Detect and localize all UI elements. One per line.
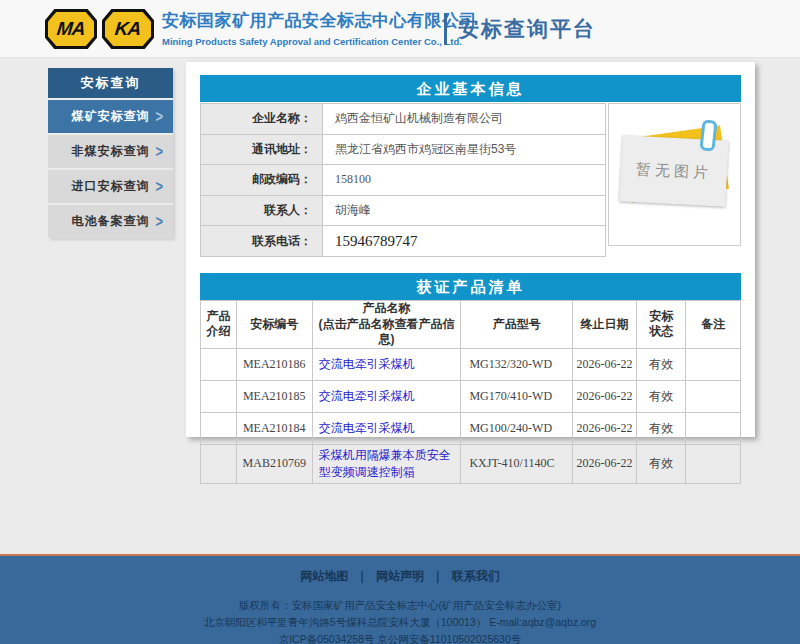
col-end-date: 终止日期 (572, 300, 636, 348)
enterprise-info-table: 企业名称： 鸡西金恒矿山机械制造有限公司 通讯地址： 黑龙江省鸡西市鸡冠区南星街… (200, 103, 606, 257)
ka-badge-label: KA (114, 18, 142, 40)
footer-copyright: 版权所有：安标国家矿用产品安全标志中心(矿用产品安全标志办公室) 北京朝阳区和平… (0, 597, 800, 644)
certified-products-table: 产品 介绍 安标编号 产品名称 (点击产品名称查看产品信息) 产品型号 终止日期… (200, 300, 741, 484)
product-intro-cell (201, 348, 237, 380)
org-name-en: Mining Products Safety Approval and Cert… (162, 36, 442, 47)
company-name-value: 鸡西金恒矿山机械制造有限公司 (323, 104, 606, 135)
address-line: 北京朝阳区和平里青年沟路5号煤科总院安科大厦（100013） E-mail:aq… (0, 614, 800, 631)
sidebar-item-label: 进口安标查询 (48, 170, 173, 203)
product-model: MG170/410-WD (461, 380, 573, 412)
platform-title: 安标查询平台 (458, 15, 596, 43)
table-row: 联系电话： 15946789747 (201, 226, 606, 257)
table-row: MEA210185 交流电牵引采煤机 MG170/410-WD 2026-06-… (201, 380, 741, 412)
maka-logo: MA KA (45, 9, 154, 49)
approval-code: MAB210769 (236, 444, 312, 483)
col-label: 产品 (206, 309, 230, 323)
ka-badge-icon: KA (102, 9, 154, 49)
no-image-text: 暂无图片 (636, 160, 713, 183)
remark-cell (686, 412, 741, 444)
col-remark: 备注 (686, 300, 741, 348)
icp-line: 京ICP备05034258号 京公网安备11010502025630号 (0, 631, 800, 644)
company-name-label: 企业名称： (201, 104, 323, 135)
col-label: 介绍 (206, 324, 230, 338)
sidebar-item-label: 非煤安标查询 (48, 135, 173, 168)
footer-separator: ｜ (356, 569, 368, 583)
sidebar-item-coal-query[interactable]: 煤矿安标查询 > (48, 100, 173, 133)
remark-cell (686, 348, 741, 380)
col-product-name: 产品名称 (点击产品名称查看产品信息) (312, 300, 461, 348)
col-label: 安标 (649, 309, 673, 323)
table-row: MAB210769 采煤机用隔爆兼本质安全型变频调速控制箱 KXJT-410/1… (201, 444, 741, 483)
approval-code: MEA210184 (236, 412, 312, 444)
postcode-value: 158100 (323, 165, 606, 196)
phone-value: 15946789747 (323, 226, 606, 257)
copyright-line: 版权所有：安标国家矿用产品安全标志中心(矿用产品安全标志办公室) (0, 597, 800, 614)
end-date: 2026-06-22 (572, 412, 636, 444)
table-row: 邮政编码： 158100 (201, 165, 606, 196)
sitemap-link[interactable]: 网站地图 (300, 569, 348, 583)
enterprise-info-area: 企业名称： 鸡西金恒矿山机械制造有限公司 通讯地址： 黑龙江省鸡西市鸡冠区南星街… (200, 103, 741, 257)
chevron-right-icon: > (155, 200, 163, 243)
postcode-label: 邮政编码： (201, 165, 323, 196)
header-divider (444, 13, 447, 45)
ma-badge-icon: MA (45, 9, 97, 49)
contact-person-value: 胡海峰 (323, 195, 606, 226)
col-approval-code: 安标编号 (236, 300, 312, 348)
product-image-placeholder: 暂无图片 (608, 103, 741, 246)
top-header: MA KA 安标国家矿用产品安全标志中心有限公司 Mining Products… (0, 0, 800, 58)
approval-code: MEA210185 (236, 380, 312, 412)
end-date: 2026-06-22 (572, 444, 636, 483)
col-product-model: 产品型号 (461, 300, 573, 348)
product-name-link[interactable]: 交流电牵引采煤机 (319, 357, 415, 371)
status-badge: 有效 (637, 348, 686, 380)
address-value: 黑龙江省鸡西市鸡冠区南星街53号 (323, 134, 606, 165)
product-name-link[interactable]: 交流电牵引采煤机 (319, 421, 415, 435)
footer-links: 网站地图｜网站声明｜联系我们 (0, 556, 800, 585)
product-intro-cell (201, 412, 237, 444)
table-row: 通讯地址： 黑龙江省鸡西市鸡冠区南星街53号 (201, 134, 606, 165)
product-intro-cell (201, 444, 237, 483)
table-row: 联系人： 胡海峰 (201, 195, 606, 226)
org-name-cn: 安标国家矿用产品安全标志中心有限公司 (162, 9, 442, 32)
footer-separator: ｜ (432, 569, 444, 583)
org-titles: 安标国家矿用产品安全标志中心有限公司 Mining Products Safet… (162, 9, 442, 47)
end-date: 2026-06-22 (572, 348, 636, 380)
products-section-title: 获证产品清单 (200, 273, 741, 300)
col-status: 安标 状态 (637, 300, 686, 348)
sidebar-item-label: 电池备案查询 (48, 205, 173, 238)
col-label: (点击产品名称查看产品信息) (319, 317, 455, 347)
sidebar-item-label: 煤矿安标查询 (48, 100, 173, 133)
table-header-row: 产品 介绍 安标编号 产品名称 (点击产品名称查看产品信息) 产品型号 终止日期… (201, 300, 741, 348)
sidebar-item-import-query[interactable]: 进口安标查询 > (48, 170, 173, 203)
contact-person-label: 联系人： (201, 195, 323, 226)
sidebar-nav: 安标查询 煤矿安标查询 > 非煤安标查询 > 进口安标查询 > 电池备案查询 > (48, 68, 173, 238)
table-row: MEA210184 交流电牵引采煤机 MG100/240-WD 2026-06-… (201, 412, 741, 444)
remark-cell (686, 380, 741, 412)
col-label: 产品名称 (363, 301, 411, 315)
product-name-link[interactable]: 交流电牵引采煤机 (319, 389, 415, 403)
enterprise-section-title: 企业基本信息 (200, 75, 741, 102)
product-intro-cell (201, 380, 237, 412)
approval-code: MEA210186 (236, 348, 312, 380)
sidebar-item-battery-query[interactable]: 电池备案查询 > (48, 205, 173, 238)
status-badge: 有效 (637, 444, 686, 483)
main-content-panel: 企业基本信息 企业名称： 鸡西金恒矿山机械制造有限公司 通讯地址： 黑龙江省鸡西… (186, 62, 755, 437)
remark-cell (686, 444, 741, 483)
table-row: 企业名称： 鸡西金恒矿山机械制造有限公司 (201, 104, 606, 135)
product-name-link[interactable]: 采煤机用隔爆兼本质安全型变频调速控制箱 (319, 448, 451, 479)
table-row: MEA210186 交流电牵引采煤机 MG132/320-WD 2026-06-… (201, 348, 741, 380)
footer: 网站地图｜网站声明｜联系我们 版权所有：安标国家矿用产品安全标志中心(矿用产品安… (0, 556, 800, 644)
site-statement-link[interactable]: 网站声明 (376, 569, 424, 583)
ma-badge-label: MA (56, 18, 86, 40)
sidebar-item-noncoal-query[interactable]: 非煤安标查询 > (48, 135, 173, 168)
address-label: 通讯地址： (201, 134, 323, 165)
end-date: 2026-06-22 (572, 380, 636, 412)
status-badge: 有效 (637, 380, 686, 412)
status-badge: 有效 (637, 412, 686, 444)
col-label: 状态 (649, 324, 673, 338)
contact-us-link[interactable]: 联系我们 (452, 569, 500, 583)
product-model: MG100/240-WD (461, 412, 573, 444)
sidebar-title: 安标查询 (48, 68, 173, 98)
phone-label: 联系电话： (201, 226, 323, 257)
col-product-intro: 产品 介绍 (201, 300, 237, 348)
